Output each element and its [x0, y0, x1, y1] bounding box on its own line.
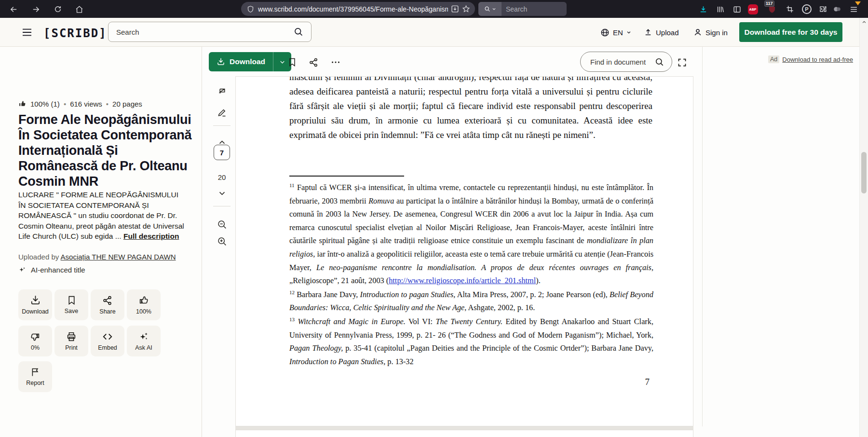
sidebar-toggle-icon[interactable] [731, 3, 743, 15]
shield-icon[interactable] [247, 5, 254, 13]
share-icon [102, 295, 113, 306]
menu-icon[interactable] [848, 3, 859, 15]
next-page-button[interactable] [210, 189, 233, 197]
page-paragraph: masculin și feminin al Divinității (chia… [289, 76, 652, 142]
upload-button[interactable]: Upload [644, 18, 679, 47]
page-gap [235, 426, 693, 430]
browser-chrome: www.scribd.com/document/379956045/Forme-… [0, 0, 868, 18]
downvote-tile[interactable]: 0% [18, 326, 52, 356]
pages-stat: 20 pages [112, 100, 142, 108]
annotate-pen-icon[interactable] [210, 108, 233, 118]
downloads-icon[interactable] [697, 3, 709, 15]
ai-enhanced-row: AI-enhanced title [18, 266, 85, 274]
reload-icon[interactable] [52, 3, 64, 15]
profile-blob-icon[interactable] [831, 3, 843, 15]
chevron-down-icon [626, 30, 631, 35]
ad-column-divider [702, 47, 703, 426]
download-icon [217, 57, 225, 66]
back-icon[interactable] [8, 3, 19, 15]
find-in-document-input[interactable]: Find in document [580, 52, 672, 72]
bookmark-icon [67, 295, 77, 305]
upload-label: Upload [656, 28, 679, 37]
ask-ai-tile[interactable]: Ask AI [127, 326, 161, 356]
share-tile[interactable]: Share [91, 289, 124, 320]
sparkle-icon [18, 266, 26, 274]
ad-row: Ad Download to read ad-free [768, 55, 853, 63]
fullscreen-icon[interactable] [676, 56, 688, 68]
language-label: EN [613, 28, 623, 37]
highlight-tool-icon[interactable] [210, 88, 233, 98]
window-scrollbar[interactable] [859, 18, 868, 437]
site-search-input[interactable]: Search [108, 22, 312, 42]
scribd-header: [SCRIBD] Search EN Upload Sign in [0, 18, 868, 47]
thumb-up-icon [138, 295, 149, 306]
signin-label: Sign in [705, 28, 728, 37]
bookmark-star-icon[interactable] [462, 5, 470, 13]
printer-icon [66, 331, 77, 342]
hamburger-menu-icon[interactable] [21, 27, 33, 38]
document-description: LUCRARE " FORME ALE NEOPĂGÂNISMULUI ÎN S… [18, 190, 185, 242]
code-icon [102, 331, 113, 342]
document-stats: 100% (1) • 616 views • 20 pages [18, 100, 142, 108]
document-info-sidebar: 100% (1) • 616 views • 20 pages Forme Al… [0, 47, 202, 437]
search-icon[interactable] [655, 57, 664, 67]
download-tile[interactable]: Download [18, 289, 52, 320]
zoom-in-button[interactable] [210, 236, 233, 246]
extensions-puzzle-icon[interactable] [817, 3, 828, 15]
language-selector[interactable]: EN [600, 18, 631, 47]
save-page-icon[interactable] [451, 5, 459, 13]
download-icon [30, 295, 41, 306]
scroll-up-arrow[interactable] [860, 20, 868, 25]
signin-button[interactable]: Sign in [693, 18, 728, 47]
footnotes: 11 Faptul că WCER și-a intensificat, în … [289, 181, 653, 369]
footnote-12: 12 Barbara Jane Davy, Introduction to pa… [289, 288, 653, 314]
browser-search[interactable]: Search [478, 2, 567, 16]
full-description-link[interactable]: Full description [123, 232, 179, 240]
home-icon[interactable] [73, 3, 85, 15]
download-button-label: Download [230, 57, 265, 66]
document-title: Forme Ale Neopăgânismului În Societatea … [18, 112, 198, 189]
search-icon[interactable] [294, 27, 303, 37]
next-page-top[interactable] [235, 430, 693, 437]
forward-icon[interactable] [30, 3, 41, 15]
footnote-13: 13 Witchcraft and Magic in Europe. Vol V… [289, 315, 653, 368]
share-icon[interactable] [308, 56, 319, 68]
save-bookmark-icon[interactable] [286, 56, 298, 68]
download-free-cta-button[interactable]: Download free for 30 days [739, 22, 842, 42]
download-split-button[interactable]: Download [209, 52, 291, 71]
ad-free-link[interactable]: Download to read ad-free [782, 56, 853, 63]
p-extension-icon[interactable]: P [801, 3, 813, 15]
zoom-out-button[interactable] [210, 219, 233, 230]
ad-badge: Ad [768, 55, 779, 63]
adblock-plus-icon[interactable]: ABP [747, 3, 759, 15]
library-icon[interactable] [714, 3, 726, 15]
blocker-extension-icon[interactable]: 117 [766, 3, 778, 15]
more-options-icon[interactable] [330, 56, 341, 68]
scribd-document-viewer: www.scribd.com/document/379956045/Forme-… [0, 0, 868, 437]
views-stat: 616 views [70, 100, 102, 108]
globe-icon [600, 28, 610, 37]
uploaded-by-row: Uploaded by Asociația THE NEW PAGAN DAWN [18, 253, 176, 261]
find-placeholder: Find in document [590, 58, 655, 66]
upload-icon [644, 28, 652, 37]
save-tile[interactable]: Save [54, 289, 88, 320]
url-bar[interactable]: www.scribd.com/document/379956045/Forme-… [241, 2, 475, 16]
upvote-tile[interactable]: 100% [127, 289, 161, 320]
screenshot-crop-icon[interactable] [784, 3, 796, 15]
browser-search-placeholder: Search [506, 5, 527, 13]
document-page[interactable]: masculin și feminin al Divinității (chia… [235, 76, 693, 426]
person-icon [693, 28, 702, 37]
url-text[interactable]: www.scribd.com/document/379956045/Forme-… [258, 5, 448, 13]
scrollbar-thumb[interactable] [861, 152, 867, 193]
menu-alert-badge [855, 1, 861, 5]
scribd-logo[interactable]: [SCRIBD] [43, 27, 107, 40]
print-tile[interactable]: Print [54, 326, 88, 356]
search-engine-selector[interactable] [478, 2, 502, 16]
site-search-placeholder: Search [116, 28, 294, 36]
report-tile[interactable]: Report [18, 361, 52, 392]
embed-tile[interactable]: Embed [91, 326, 124, 356]
current-page-input[interactable]: 7 [214, 145, 230, 160]
flag-icon [30, 367, 41, 377]
sparkles-icon [138, 331, 149, 342]
uploader-link[interactable]: Asociația THE NEW PAGAN DAWN [61, 253, 176, 261]
